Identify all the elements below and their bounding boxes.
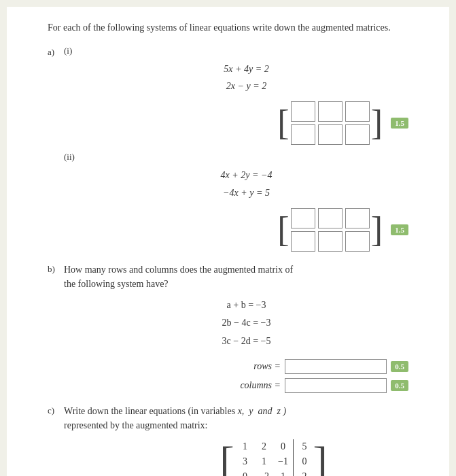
part-b-content: How many rows and columns does the augme… xyxy=(64,262,429,397)
score-badge-aii: 1.5 xyxy=(391,224,408,235)
aug-cell-22: 1 xyxy=(274,469,293,476)
part-a-content: (i) 5x + 4y = 2 2x − y = 2 [ xyxy=(64,46,429,256)
matrix-cell[interactable] xyxy=(345,208,370,228)
sub-i-eq2: 2x − y = 2 xyxy=(64,78,429,95)
rows-input[interactable] xyxy=(285,359,387,374)
aug-cell-00: 1 xyxy=(236,439,255,454)
matrix-cell[interactable] xyxy=(291,231,315,252)
part-b-text1: How many rows and columns does the augme… xyxy=(64,265,293,275)
aug-cell-03: 5 xyxy=(293,439,312,454)
aug-cell-01: 2 xyxy=(255,439,274,454)
aug-cells: 1 2 0 5 3 1 −1 0 0 −2 1 2 xyxy=(236,439,312,476)
bracket-right: ] xyxy=(371,105,383,141)
matrix-cell[interactable] xyxy=(291,124,315,145)
matrix-cell[interactable] xyxy=(318,124,343,145)
part-c-text: Write down the linear equations (in vari… xyxy=(64,404,429,432)
matrix-cell[interactable] xyxy=(318,231,343,252)
matrix-cell[interactable] xyxy=(345,101,370,122)
sub-i-label: (i) xyxy=(64,46,429,56)
aug-cell-10: 3 xyxy=(236,454,255,469)
part-b-eq2: 2b − 4c = −3 xyxy=(64,314,429,333)
bracket-right: ] xyxy=(371,212,383,248)
matrix-cells xyxy=(291,208,370,252)
augmented-matrix: [ 1 2 0 5 3 1 −1 0 0 −2 1 2 xyxy=(118,439,429,476)
sub-ii-answer-row: [ ] 1.5 xyxy=(64,208,429,252)
matrix-cell[interactable] xyxy=(345,231,370,252)
aug-cell-02: 0 xyxy=(274,439,293,454)
score-badge-ai: 1.5 xyxy=(391,118,408,129)
sub-i-answer-row: [ ] 1.5 xyxy=(64,101,429,145)
aug-bracket-right: ] xyxy=(313,440,328,476)
sub-ii-matrix: [ ] xyxy=(277,208,383,252)
aug-cell-23: 2 xyxy=(293,469,312,476)
cols-answer-row: columns = 0.5 xyxy=(64,378,429,393)
matrix-cell[interactable] xyxy=(318,208,343,228)
rows-answer-row: rows = 0.5 xyxy=(64,359,429,374)
score-badge-rows: 0.5 xyxy=(391,361,408,372)
part-c-text1: Write down the linear equations (in vari… xyxy=(64,406,235,416)
part-c: c) Write down the linear equations (in v… xyxy=(48,404,429,476)
sub-ii-eq1: 4x + 2y = −4 xyxy=(64,167,429,184)
part-b: b) How many rows and columns does the au… xyxy=(48,262,429,397)
aug-cell-20: 0 xyxy=(236,469,255,476)
bracket-left: [ xyxy=(277,212,289,248)
part-c-content: Write down the linear equations (in vari… xyxy=(64,404,429,476)
aug-bracket-left: [ xyxy=(220,440,234,476)
part-a: a) (i) 5x + 4y = 2 2x − y = 2 [ xyxy=(48,46,429,256)
sub-ii-eq2: −4x + y = 5 xyxy=(64,184,429,201)
part-b-eq3: 3c − 2d = −5 xyxy=(64,333,429,351)
page: For each of the following systems of lin… xyxy=(7,7,449,476)
matrix-cell[interactable] xyxy=(345,124,370,145)
question-header: For each of the following systems of lin… xyxy=(48,20,429,35)
part-c-vars: x, y and z ) xyxy=(238,406,287,416)
part-b-text2: the following system have? xyxy=(64,279,169,289)
header-text: For each of the following systems of lin… xyxy=(48,22,391,33)
aug-cell-13: 0 xyxy=(293,454,312,469)
sub-i-eq1: 5x + 4y = 2 xyxy=(64,61,429,78)
part-a-label: a) xyxy=(48,46,61,58)
part-c-label: c) xyxy=(48,404,61,416)
score-badge-cols: 0.5 xyxy=(391,380,408,391)
sub-i-matrix: [ ] xyxy=(277,101,383,145)
aug-cell-12: −1 xyxy=(274,454,293,469)
part-b-eq1: a + b = −3 xyxy=(64,296,429,315)
cols-input[interactable] xyxy=(285,378,387,393)
part-b-label: b) xyxy=(48,262,61,275)
aug-cell-21: −2 xyxy=(255,469,274,476)
part-b-text: How many rows and columns does the augme… xyxy=(64,262,429,291)
part-b-equations: a + b = −3 2b − 4c = −3 3c − 2d = −5 xyxy=(64,296,429,351)
aug-cell-11: 1 xyxy=(255,454,274,469)
sub-ii-label: (ii) xyxy=(64,152,429,163)
part-c-text2: represented by the augmented matrix: xyxy=(64,420,207,430)
matrix-cells xyxy=(291,101,370,145)
bracket-left: [ xyxy=(277,105,289,141)
sub-ii-equations: 4x + 2y = −4 −4x + y = 5 xyxy=(64,167,429,201)
matrix-cell[interactable] xyxy=(291,101,315,122)
part-a-sub-ii: (ii) 4x + 2y = −4 −4x + y = 5 [ xyxy=(64,152,429,251)
part-a-sub-i: (i) 5x + 4y = 2 2x − y = 2 [ xyxy=(64,46,429,145)
cols-label: columns = xyxy=(240,380,281,391)
rows-label: rows = xyxy=(253,361,281,372)
matrix-cell[interactable] xyxy=(318,101,343,122)
matrix-cell[interactable] xyxy=(291,208,315,228)
sub-i-equations: 5x + 4y = 2 2x − y = 2 xyxy=(64,61,429,95)
